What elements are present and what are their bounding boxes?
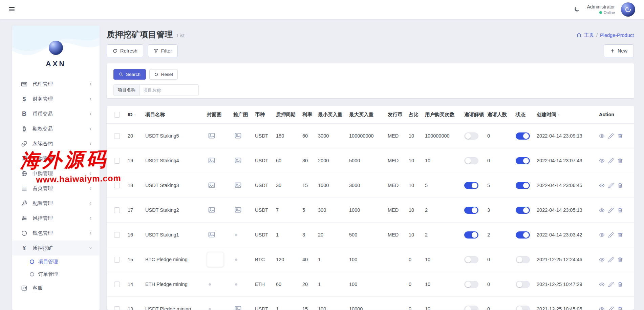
sidebar-item-config[interactable]: 配置管理 — [12, 196, 100, 211]
edit-button[interactable] — [608, 232, 614, 238]
view-button[interactable] — [599, 232, 605, 238]
status-toggle[interactable] — [516, 256, 530, 263]
row-checkbox[interactable] — [114, 207, 120, 213]
status-toggle[interactable] — [516, 157, 530, 164]
column-header-coin[interactable]: 币种 — [255, 111, 276, 118]
status-toggle[interactable] — [516, 207, 530, 214]
column-header-min[interactable]: 最小买入量 — [318, 111, 349, 118]
filter-button[interactable]: Filter — [148, 44, 178, 57]
invite-unlock-toggle[interactable] — [464, 182, 478, 189]
column-header-buy_count[interactable]: 用户购买次数 — [425, 111, 464, 118]
column-header-cover[interactable]: 封面图 — [207, 111, 233, 118]
view-button[interactable] — [599, 158, 605, 164]
cell-period: 1 — [276, 306, 302, 310]
view-button[interactable] — [599, 306, 605, 310]
delete-button[interactable] — [617, 257, 623, 263]
delete-button[interactable] — [617, 158, 623, 164]
cell-value-coin: USDT — [255, 133, 268, 139]
column-header-max[interactable]: 最大买入量 — [349, 111, 388, 118]
dark-mode-button[interactable] — [573, 5, 581, 14]
delete-button[interactable] — [617, 232, 623, 238]
row-checkbox[interactable] — [114, 282, 120, 287]
delete-button[interactable] — [617, 282, 623, 287]
delete-button[interactable] — [617, 183, 623, 188]
edit-button[interactable] — [608, 133, 614, 139]
column-header-invites[interactable]: 邀请人数 — [487, 111, 516, 118]
select-all-checkbox[interactable] — [114, 112, 120, 118]
view-button[interactable] — [599, 133, 605, 139]
delete-button[interactable] — [617, 133, 623, 139]
sidebar-item-homepage[interactable]: 首页管理 — [12, 181, 100, 196]
row-checkbox[interactable] — [114, 183, 120, 188]
status-toggle[interactable] — [516, 306, 530, 310]
cell-id: 15 — [128, 257, 145, 262]
edit-button[interactable] — [608, 183, 614, 188]
brand-logo[interactable]: AXN — [12, 26, 100, 68]
status-toggle[interactable] — [516, 132, 530, 140]
status-toggle[interactable] — [516, 281, 530, 288]
column-header-promo[interactable]: 推广图 — [233, 111, 255, 118]
cell-value-ratio: 10 — [409, 133, 414, 139]
invite-unlock-toggle[interactable] — [464, 157, 478, 164]
edit-button[interactable] — [608, 306, 614, 310]
menu-toggle-button[interactable] — [7, 5, 16, 14]
sidebar-item-spot-trade[interactable]: B币币交易 — [12, 106, 100, 121]
row-checkbox[interactable] — [114, 306, 120, 310]
invite-unlock-toggle[interactable] — [464, 132, 478, 140]
sidebar-item-finance[interactable]: $财务管理 — [12, 91, 100, 106]
sidebar-item-service[interactable]: 客服 — [12, 281, 100, 295]
edit-button[interactable] — [608, 207, 614, 213]
view-button[interactable] — [599, 282, 605, 287]
invite-unlock-toggle[interactable] — [464, 207, 478, 214]
column-header-status[interactable]: 状态 — [516, 111, 537, 118]
user-avatar[interactable] — [621, 2, 635, 17]
column-header-created[interactable]: 创建时间↑ — [537, 111, 599, 118]
invite-unlock-toggle[interactable] — [464, 231, 478, 239]
sidebar-item-risk[interactable]: 风控管理 — [12, 211, 100, 226]
view-button[interactable] — [599, 207, 605, 213]
status-toggle[interactable] — [516, 182, 530, 189]
sidebar-subitem-order[interactable]: 订单管理 — [12, 268, 100, 281]
delete-button[interactable] — [617, 207, 623, 213]
row-checkbox[interactable] — [114, 257, 120, 263]
edit-button[interactable] — [608, 158, 614, 164]
edit-button[interactable] — [608, 257, 614, 263]
breadcrumb-current-link[interactable]: Pledge-Product — [600, 33, 634, 38]
row-checkbox[interactable] — [114, 232, 120, 238]
sidebar-subitem-project[interactable]: 项目管理 — [12, 255, 100, 268]
column-header-period[interactable]: 质押周期 — [276, 111, 302, 118]
sidebar-item-pledge[interactable]: ¥质押挖矿 — [12, 241, 100, 255]
cell-status — [516, 231, 537, 239]
column-label: 创建时间 — [537, 111, 556, 118]
invite-unlock-toggle[interactable] — [464, 281, 478, 288]
new-button[interactable]: New — [604, 44, 634, 57]
project-name-input[interactable] — [139, 84, 199, 96]
column-header-name[interactable]: 项目名称 — [145, 111, 207, 118]
sidebar-item-option-trade[interactable]: 期权交易 — [12, 121, 100, 136]
search-button[interactable]: Search — [113, 69, 146, 80]
sidebar-item-perpetual[interactable]: 永续合约 — [12, 136, 100, 151]
row-checkbox[interactable] — [114, 133, 120, 139]
reset-button[interactable]: Reset — [149, 69, 178, 80]
invite-unlock-toggle[interactable] — [464, 256, 478, 263]
view-button[interactable] — [599, 257, 605, 263]
breadcrumb-home-link[interactable]: 主页 — [584, 32, 594, 38]
view-button[interactable] — [599, 183, 605, 188]
edit-button[interactable] — [608, 282, 614, 287]
chevron-down-icon — [88, 246, 93, 250]
status-toggle[interactable] — [516, 231, 530, 239]
column-header-ratio[interactable]: 占比 — [409, 111, 425, 118]
row-checkbox[interactable] — [114, 158, 120, 164]
sidebar-item-subscription[interactable]: 申购管理 — [12, 166, 100, 181]
column-header-invite_unlock[interactable]: 邀请解锁 — [464, 111, 487, 118]
sidebar-item-buyback[interactable]: 回购管理 — [12, 151, 100, 166]
column-header-id[interactable]: ID↑ — [128, 112, 145, 117]
column-header-rate[interactable]: 利率 — [302, 111, 318, 118]
column-header-action[interactable]: Action — [599, 112, 626, 117]
sidebar-item-wallet[interactable]: 钱包管理 — [12, 226, 100, 241]
invite-unlock-toggle[interactable] — [464, 306, 478, 310]
refresh-button[interactable]: Refresh — [107, 44, 143, 57]
column-header-issuer[interactable]: 发行币 — [388, 111, 409, 118]
sidebar-item-agent[interactable]: 代理管理 — [12, 77, 100, 91]
delete-button[interactable] — [617, 306, 623, 310]
